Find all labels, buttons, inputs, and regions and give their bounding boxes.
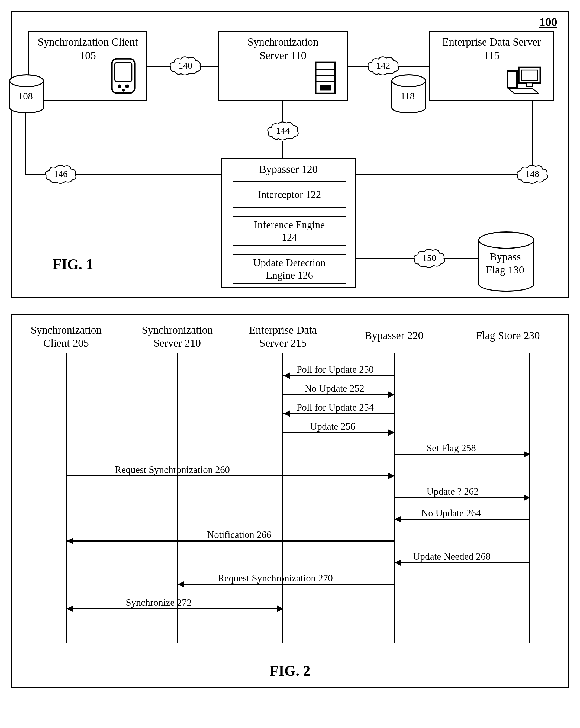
db-client-cylinder: 108	[9, 74, 42, 112]
figure-number: 100	[539, 15, 557, 29]
interceptor-id: 122	[306, 189, 321, 200]
msg-258-text: Set Flag 258	[427, 442, 476, 454]
link-140-server	[201, 66, 218, 67]
sync-client-name: Synchronization Client	[38, 35, 138, 49]
lifeline-bypasser-name: Bypasser	[365, 329, 405, 341]
msg-270-text: Request Synchronization 270	[218, 572, 333, 584]
link-bypasser-148	[356, 174, 517, 175]
cloud-148: 148	[516, 164, 549, 185]
cloud-144-label: 144	[276, 126, 290, 135]
link-db108-down	[25, 112, 26, 175]
cloud-148-label: 148	[526, 169, 539, 179]
enterprise-server-name: Enterprise Data Server	[442, 35, 541, 49]
msg-262-text: Update ? 262	[427, 486, 479, 497]
msg-252-text: No Update 252	[305, 383, 364, 394]
link-144-bypasser	[283, 141, 284, 158]
sync-server-name: Synchronization	[247, 35, 318, 49]
inference-id: 124	[282, 231, 297, 244]
svg-point-2	[117, 84, 122, 88]
msg-264-text: No Update 264	[421, 508, 481, 519]
msg-268-text: Update Needed 268	[413, 551, 491, 562]
link-server-144	[283, 101, 284, 122]
lifeline-server-label: SynchronizationServer 210	[142, 323, 213, 349]
cloud-150-label: 150	[423, 253, 437, 263]
link-bypasser-150	[356, 258, 414, 259]
cloud-146: 146	[45, 164, 77, 185]
msg-256-text: Update 256	[310, 421, 355, 432]
cloud-142-label: 142	[376, 60, 390, 71]
lifeline-bypasser-label: Bypasser 220	[365, 329, 424, 342]
msg-266-text: Notification 266	[207, 529, 271, 541]
fig1-title: FIG. 1	[53, 256, 93, 272]
link-146-bypasser	[76, 174, 220, 175]
lifeline-client	[65, 354, 67, 644]
link-142-ent	[398, 66, 429, 67]
msg-272-text: Synchronize 272	[126, 597, 192, 608]
pda-icon	[108, 57, 138, 95]
svg-rect-1	[115, 62, 132, 82]
cloud-140: 140	[169, 55, 202, 77]
lifeline-ent-label: Enterprise DataServer 215	[249, 323, 317, 349]
lifeline-flag-id: 230	[524, 329, 540, 341]
lifeline-ent	[283, 354, 284, 644]
bypass-flag-cylinder: BypassFlag 130	[478, 231, 532, 291]
link-client-140	[148, 66, 170, 67]
server-tower-icon	[312, 60, 339, 96]
msg-260-text: Request Synchronization 260	[115, 464, 230, 475]
enterprise-server-id: 115	[484, 49, 500, 62]
inference-box: Inference Engine 124	[233, 216, 346, 246]
svg-point-3	[125, 84, 129, 88]
db-ent-cylinder: 118	[391, 74, 424, 112]
lifeline-client-label: SynchronizationClient 205	[31, 323, 102, 349]
figure-2: SynchronizationClient 205 Synchronizatio…	[11, 314, 569, 688]
bypasser-name: Bypasser	[259, 163, 299, 175]
cloud-140-label: 140	[179, 60, 192, 71]
figure-1: 100 Synchronization Client 105 108 Synch…	[11, 11, 569, 298]
link-ent-down	[532, 101, 533, 165]
link-150-flag	[445, 258, 479, 259]
cloud-142: 142	[367, 55, 399, 77]
enterprise-server-box: Enterprise Data Server 115	[429, 31, 554, 101]
bypasser-box: Bypasser 120 Interceptor 122 Inference E…	[220, 158, 356, 288]
lifeline-flag-name: Flag Store	[476, 329, 521, 341]
msg-250-text: Poll for Update 250	[296, 364, 374, 375]
lifeline-bypasser-id: 220	[407, 329, 423, 341]
bypasser-id: 120	[301, 163, 318, 175]
update-detection-name: Update Detection	[254, 257, 326, 269]
msg-254-text: Poll for Update 254	[296, 402, 374, 413]
lifeline-flag-label: Flag Store 230	[476, 329, 540, 342]
sync-client-box: Synchronization Client 105	[28, 31, 148, 101]
fig2-title: FIG. 2	[270, 662, 310, 679]
interceptor-name: Interceptor	[258, 189, 303, 200]
interceptor-box: Interceptor 122	[233, 181, 346, 208]
cloud-144: 144	[267, 120, 299, 142]
update-detection-box: Update Detection Engine 126	[233, 254, 346, 284]
link-server-142	[348, 66, 368, 67]
svg-rect-11	[522, 70, 537, 80]
db-client-id: 108	[9, 90, 42, 102]
cloud-150: 150	[413, 248, 446, 269]
svg-point-4	[122, 88, 125, 92]
db-ent-id: 118	[391, 90, 424, 102]
desktop-icon	[504, 64, 548, 97]
link-db108-146	[25, 174, 46, 175]
cloud-146-label: 146	[54, 169, 68, 179]
svg-rect-9	[320, 85, 331, 90]
sync-server-box: Synchronization Server 110	[218, 31, 348, 101]
inference-name: Inference Engine	[254, 219, 325, 231]
svg-rect-13	[508, 71, 517, 88]
svg-rect-12	[526, 83, 533, 87]
sync-client-id: 105	[80, 49, 96, 62]
